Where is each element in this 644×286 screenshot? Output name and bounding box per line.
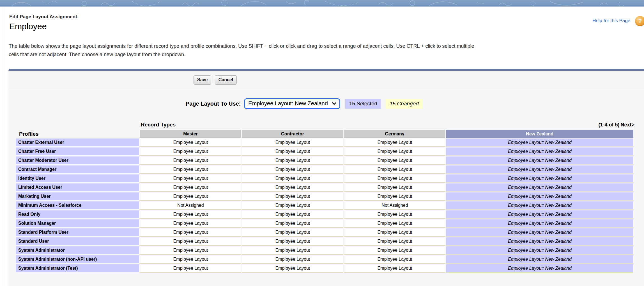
assignment-cell[interactable]: Employee Layout <box>344 183 445 192</box>
assignment-cell[interactable]: Employee Layout: New Zealand <box>446 210 633 219</box>
pagination: (1-4 of 5)Next> <box>598 122 634 128</box>
assignment-cell[interactable]: Employee Layout <box>242 139 343 147</box>
page-kicker: Edit Page Layout Assignment <box>9 14 77 20</box>
assignment-cell[interactable]: Employee Layout <box>242 156 343 165</box>
table-row: Identity UserEmployee LayoutEmployee Lay… <box>16 174 633 183</box>
assignment-cell[interactable]: Employee Layout <box>242 237 343 246</box>
column-header-new-zealand[interactable]: New Zealand <box>446 130 633 138</box>
assignment-cell[interactable]: Employee Layout <box>344 192 445 201</box>
profile-cell[interactable]: Limited Access User <box>16 183 139 192</box>
assignment-cell[interactable]: Employee Layout <box>344 210 445 219</box>
table-row: System Administrator (non-API user)Emplo… <box>16 255 633 264</box>
assignment-cell[interactable]: Employee Layout <box>140 192 241 201</box>
assignment-cell[interactable]: Employee Layout <box>242 165 343 174</box>
assignment-cell[interactable]: Employee Layout <box>344 228 445 237</box>
profile-cell[interactable]: Marketing User <box>16 192 139 201</box>
assignment-cell[interactable]: Employee Layout <box>140 255 241 264</box>
assignment-cell[interactable]: Employee Layout: New Zealand <box>446 264 633 273</box>
assignment-cell[interactable]: Employee Layout <box>242 183 343 192</box>
assignment-cell[interactable]: Employee Layout <box>140 156 241 165</box>
assignment-cell[interactable]: Employee Layout <box>242 201 343 210</box>
profile-cell[interactable]: System Administrator <box>16 246 139 255</box>
layout-table-body: Chatter External UserEmployee LayoutEmpl… <box>16 139 633 273</box>
assignment-cell[interactable]: Employee Layout: New Zealand <box>446 237 633 246</box>
assignment-cell[interactable]: Employee Layout <box>344 165 445 174</box>
assignment-cell[interactable]: Employee Layout <box>140 165 241 174</box>
column-header-master[interactable]: Master <box>140 130 241 138</box>
assignment-cell[interactable]: Employee Layout <box>140 264 241 273</box>
help-icon[interactable]: ? <box>635 16 644 26</box>
profile-cell[interactable]: Solution Manager <box>16 219 139 228</box>
assignment-cell[interactable]: Employee Layout <box>344 237 445 246</box>
chevron-down-icon <box>332 102 337 105</box>
assignment-cell[interactable]: Employee Layout: New Zealand <box>446 139 633 147</box>
profile-cell[interactable]: Chatter Free User <box>16 147 139 156</box>
profile-cell[interactable]: Identity User <box>16 174 139 183</box>
column-header-germany[interactable]: Germany <box>344 130 445 138</box>
header-doodle-pattern <box>0 0 644 7</box>
assignment-cell[interactable]: Employee Layout: New Zealand <box>446 165 633 174</box>
column-header-contractor[interactable]: Contractor <box>242 130 343 138</box>
assignment-cell[interactable]: Employee Layout <box>344 255 445 264</box>
description-line-1: The table below shows the page layout as… <box>9 42 474 50</box>
assignment-cell[interactable]: Employee Layout <box>242 228 343 237</box>
assignment-cell[interactable]: Employee Layout <box>242 219 343 228</box>
assignment-cell[interactable]: Employee Layout: New Zealand <box>446 147 633 156</box>
assignment-cell[interactable]: Employee Layout: New Zealand <box>446 201 633 210</box>
assignment-cell[interactable]: Employee Layout <box>344 264 445 273</box>
assignment-cell[interactable]: Employee Layout <box>242 255 343 264</box>
changed-count-badge: 15 Changed <box>386 99 423 109</box>
assignment-cell[interactable]: Employee Layout <box>344 147 445 156</box>
assignment-cell[interactable]: Employee Layout <box>140 219 241 228</box>
assignment-cell[interactable]: Employee Layout: New Zealand <box>446 156 633 165</box>
cancel-button[interactable]: Cancel <box>215 75 237 85</box>
panel-top-bar <box>8 69 644 71</box>
assignment-cell[interactable]: Employee Layout <box>140 237 241 246</box>
page-layout-select[interactable]: Employee Layout: New Zealand <box>244 98 340 109</box>
assignment-cell[interactable]: Not Assigned <box>344 201 445 210</box>
assignment-cell[interactable]: Employee Layout <box>242 264 343 273</box>
assignment-cell[interactable]: Employee Layout <box>140 174 241 183</box>
table-row: Standard Platform UserEmployee LayoutEmp… <box>16 228 633 237</box>
profile-cell[interactable]: Contract Manager <box>16 165 139 174</box>
assignment-cell[interactable]: Employee Layout: New Zealand <box>446 192 633 201</box>
assignment-cell[interactable]: Employee Layout <box>140 210 241 219</box>
assignment-cell[interactable]: Employee Layout <box>242 147 343 156</box>
assignment-cell[interactable]: Employee Layout <box>140 246 241 255</box>
assignment-cell[interactable]: Not Assigned <box>140 201 241 210</box>
button-toolbar: Save Cancel <box>8 71 644 89</box>
table-row: Minimum Access - SalesforceNot AssignedE… <box>16 201 633 210</box>
assignment-cell[interactable]: Employee Layout <box>242 174 343 183</box>
profile-cell[interactable]: Chatter Moderator User <box>16 156 139 165</box>
profile-cell[interactable]: System Administrator (Test) <box>16 264 139 273</box>
assignment-cell[interactable]: Employee Layout <box>344 156 445 165</box>
assignment-cell[interactable]: Employee Layout <box>242 246 343 255</box>
profile-cell[interactable]: Standard User <box>16 237 139 246</box>
assignment-panel: Save Cancel Page Layout To Use: Employee… <box>8 69 644 286</box>
assignment-cell[interactable]: Employee Layout: New Zealand <box>446 255 633 264</box>
profile-cell[interactable]: Read Only <box>16 210 139 219</box>
assignment-cell[interactable]: Employee Layout <box>344 219 445 228</box>
assignment-cell[interactable]: Employee Layout: New Zealand <box>446 174 633 183</box>
assignment-cell[interactable]: Employee Layout <box>140 228 241 237</box>
pagination-next-link[interactable]: Next> <box>620 122 634 128</box>
profile-cell[interactable]: System Administrator (non-API user) <box>16 255 139 264</box>
assignment-cell[interactable]: Employee Layout: New Zealand <box>446 228 633 237</box>
profile-cell[interactable]: Chatter External User <box>16 139 139 147</box>
assignment-cell[interactable]: Employee Layout <box>344 174 445 183</box>
help-link[interactable]: Help for this Page <box>592 18 630 24</box>
assignment-cell[interactable]: Employee Layout: New Zealand <box>446 246 633 255</box>
assignment-cell[interactable]: Employee Layout <box>140 139 241 147</box>
assignment-cell[interactable]: Employee Layout <box>242 210 343 219</box>
profile-cell[interactable]: Standard Platform User <box>16 228 139 237</box>
assignment-cell[interactable]: Employee Layout <box>140 183 241 192</box>
record-types-title: Record Types <box>141 122 176 128</box>
assignment-cell[interactable]: Employee Layout <box>140 147 241 156</box>
assignment-cell[interactable]: Employee Layout <box>344 139 445 147</box>
save-button[interactable]: Save <box>194 75 211 85</box>
assignment-cell[interactable]: Employee Layout: New Zealand <box>446 219 633 228</box>
assignment-cell[interactable]: Employee Layout <box>242 192 343 201</box>
assignment-cell[interactable]: Employee Layout: New Zealand <box>446 183 633 192</box>
assignment-cell[interactable]: Employee Layout <box>344 246 445 255</box>
profile-cell[interactable]: Minimum Access - Salesforce <box>16 201 139 210</box>
